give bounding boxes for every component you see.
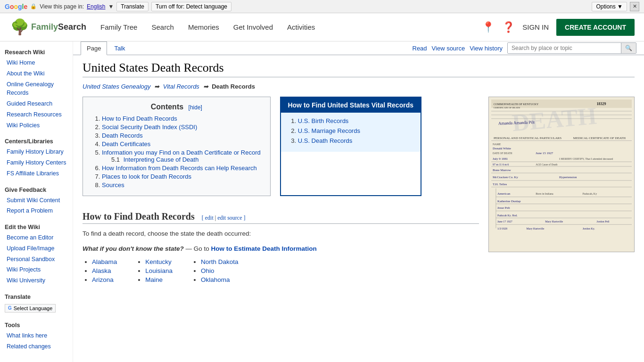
create-account-button[interactable]: CREATE ACCOUNT	[556, 19, 635, 36]
breadcrumb-us-genealogy[interactable]: United States Genealogy	[83, 83, 151, 90]
contents-link-5[interactable]: Information you may Find on a Death Cert…	[102, 149, 261, 156]
tab-view-source[interactable]: View source	[432, 45, 465, 52]
options-button[interactable]: Options ▼	[592, 2, 627, 11]
article-body: Contents [hide] How to Find Death Record…	[83, 97, 635, 285]
select-language-button[interactable]: G Select Language	[5, 304, 56, 313]
state-lists: Alabama Alaska Arizona Kentucky Louisian…	[83, 258, 479, 285]
svg-text:MEDICAL CERTIFICATE OF DEATH: MEDICAL CERTIFICATE OF DEATH	[573, 136, 626, 140]
death-record-image: COMMONWEALTH OF KENTUCKY CERTIFICATE OF …	[488, 97, 635, 252]
vital-list: U.S. Birth Records U.S. Marriage Records…	[289, 117, 413, 144]
state-louisiana-link[interactable]: Louisiana	[145, 267, 173, 274]
sidebar-item-what-links-here[interactable]: What links here	[0, 330, 73, 341]
sidebar-item-submit-wiki[interactable]: Submit Wiki Content	[0, 195, 73, 206]
nav-family-tree[interactable]: Family Tree	[100, 23, 137, 31]
tab-page[interactable]: Page	[81, 41, 107, 55]
breadcrumb-current: Death Records	[212, 83, 255, 90]
estimate-link[interactable]: How to Estimate Death Information	[211, 245, 317, 252]
vital-link-birth[interactable]: U.S. Birth Records	[298, 117, 349, 124]
what-if-text: What if you don't know the state?	[83, 245, 184, 252]
tab-view-history[interactable]: View history	[470, 45, 503, 52]
sidebar-item-about-wiki[interactable]: About the Wiki	[0, 68, 73, 79]
sidebar-item-wiki-home[interactable]: Wiki Home	[0, 58, 73, 68]
vital-link-marriage[interactable]: U.S. Marriage Records	[298, 127, 360, 134]
tab-read[interactable]: Read	[413, 45, 427, 52]
sidebar-item-wiki-policies[interactable]: Wiki Policies	[0, 120, 73, 131]
sidebar-item-wiki-university[interactable]: Wiki University	[0, 275, 73, 286]
sidebar-item-family-history-library[interactable]: Family History Library	[0, 147, 73, 157]
contents-link-2[interactable]: Social Security Death Index (SSDI)	[102, 123, 197, 131]
contents-link-5-1[interactable]: Interpreting Cause of Death	[124, 156, 199, 163]
wiki-search-button[interactable]: 🔍	[621, 43, 636, 53]
state-maine-link[interactable]: Maine	[145, 276, 163, 283]
sidebar-item-related-changes[interactable]: Related changes	[0, 341, 73, 352]
contents-title: Contents [hide]	[92, 103, 261, 111]
section1-edit-source-link[interactable]: edit source ]	[217, 214, 245, 221]
sign-in-link[interactable]: SIGN IN	[522, 23, 549, 31]
svg-text:CERTIFICATE OF DEATH: CERTIFICATE OF DEATH	[494, 107, 520, 109]
vital-item-1: U.S. Birth Records	[298, 117, 413, 124]
tab-talk[interactable]: Talk	[108, 41, 131, 55]
sidebar-item-fs-affiliate[interactable]: FS Affiliate Libraries	[0, 168, 73, 179]
sidebar-item-family-history-centers[interactable]: Family History Centers	[0, 157, 73, 168]
nav-memories[interactable]: Memories	[188, 23, 219, 31]
sidebar-item-wiki-projects[interactable]: Wiki Projects	[0, 264, 73, 275]
vital-box-header: How to Find United States Vital Records	[281, 98, 421, 113]
svg-text:Jordon Ky.: Jordon Ky.	[583, 227, 595, 230]
section1-heading: How to Find Death Records [ edit | edit …	[83, 211, 479, 224]
nav-links: Family Tree Search Memories Get Involved…	[100, 23, 482, 31]
location-icon[interactable]: 📍	[482, 21, 495, 33]
svg-text:Jordon Pell: Jordon Pell	[597, 220, 610, 223]
sidebar-item-research-resources[interactable]: Research Resources	[0, 109, 73, 120]
translate-close-button[interactable]: ✕	[630, 2, 639, 11]
svg-text:McCracken Co. Ky: McCracken Co. Ky	[493, 175, 519, 179]
state-ohio-link[interactable]: Ohio	[201, 267, 215, 274]
sidebar-item-become-editor[interactable]: Become an Editor	[0, 232, 73, 243]
breadcrumb-vital-records[interactable]: Vital Records	[163, 83, 199, 90]
contents-list: How to Find Death Records Social Securit…	[92, 115, 261, 189]
state-oklahoma-link[interactable]: Oklahoma	[201, 276, 230, 283]
state-list-col3: North Dakota Ohio Oklahoma	[191, 258, 239, 285]
state-alaska-link[interactable]: Alaska	[92, 267, 111, 274]
contents-item-4: Death Certificates	[102, 140, 261, 148]
vital-link-death[interactable]: U.S. Death Records	[298, 137, 353, 144]
state-alabama-link[interactable]: Alabama	[92, 258, 117, 265]
contents-link-7[interactable]: Places to look for Death Records	[102, 173, 191, 180]
svg-text:Donald White: Donald White	[493, 147, 511, 150]
contents-link-3[interactable]: Death Records	[102, 132, 143, 139]
contents-link-4[interactable]: Death Certificates	[102, 140, 150, 148]
translate-language[interactable]: English	[87, 3, 105, 10]
state-arizona: Arizona	[92, 276, 117, 283]
contents-link-1[interactable]: How to Find Death Records	[102, 115, 177, 122]
state-ohio: Ohio	[201, 267, 239, 274]
translate-button[interactable]: Translate	[116, 2, 149, 11]
turn-off-button[interactable]: Turn off for: Detect language	[151, 2, 231, 11]
sidebar-item-report-problem[interactable]: Report a Problem	[0, 206, 73, 216]
section1-edit-links: [ edit | edit source ]	[202, 214, 246, 221]
contents-item-2: Social Security Death Index (SSDI)	[102, 123, 261, 131]
sidebar-item-upload-file[interactable]: Upload File/Image	[0, 243, 73, 254]
sidebar-item-personal-sandbox[interactable]: Personal Sandbox	[0, 254, 73, 265]
nav-search[interactable]: Search	[151, 23, 174, 31]
logo-area[interactable]: 🌳 FamilySearch	[9, 18, 86, 37]
state-north-dakota-link[interactable]: North Dakota	[201, 258, 239, 265]
svg-text:🌳: 🌳	[10, 18, 28, 36]
help-icon[interactable]: ❓	[502, 21, 515, 33]
contents-link-8[interactable]: Sources	[102, 181, 124, 189]
contents-box: Contents [hide] How to Find Death Record…	[83, 97, 271, 196]
state-kentucky-link[interactable]: Kentucky	[145, 258, 172, 265]
contents-item-8: Sources	[102, 181, 261, 189]
state-arizona-link[interactable]: Arizona	[92, 276, 114, 283]
svg-text:Hypertension: Hypertension	[559, 175, 577, 179]
contents-hide-link[interactable]: [hide]	[189, 104, 202, 111]
wiki-search-input[interactable]	[508, 43, 621, 53]
svg-text:Born in Indiana: Born in Indiana	[536, 192, 553, 195]
nav-activities[interactable]: Activities	[287, 23, 315, 31]
contents-link-6[interactable]: How Information from Death Records can H…	[102, 165, 257, 172]
google-logo: Google	[5, 3, 27, 10]
sidebar-item-online-genealogy[interactable]: Online Genealogy Records	[0, 79, 73, 99]
section1-edit-link[interactable]: [ edit	[202, 214, 214, 221]
nav-get-involved[interactable]: Get Involved	[233, 23, 273, 31]
translate-label: View this page in:	[40, 3, 84, 10]
sidebar-item-guided-research[interactable]: Guided Research	[0, 99, 73, 109]
contents-item-1: How to Find Death Records	[102, 115, 261, 122]
